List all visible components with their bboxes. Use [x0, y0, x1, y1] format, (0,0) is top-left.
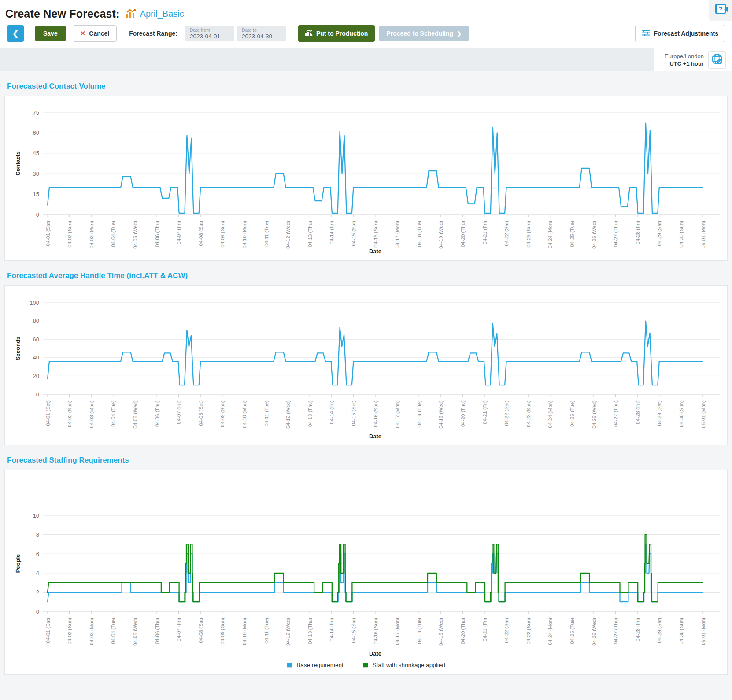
page-title: Create New Forecast:	[5, 7, 120, 20]
svg-text:04-27 (Thu): 04-27 (Thu)	[613, 618, 618, 644]
svg-text:04-26 (Wed): 04-26 (Wed)	[592, 618, 597, 646]
main-content: Forecasted Contact Volume 0153045607504-…	[0, 82, 732, 684]
svg-text:04-07 (Fri): 04-07 (Fri)	[176, 400, 181, 424]
svg-text:04-01 (Sat): 04-01 (Sat)	[45, 400, 51, 426]
back-button[interactable]: ❮	[7, 25, 24, 42]
svg-text:04-15 (Sat): 04-15 (Sat)	[351, 400, 356, 426]
date-to-field[interactable]: Date to 2023-04-30	[237, 26, 286, 41]
svg-text:04-10 (Mon): 04-10 (Mon)	[242, 618, 247, 645]
forecast-name[interactable]: April_Basic	[140, 9, 184, 19]
svg-text:45: 45	[33, 150, 39, 156]
svg-text:04-01 (Sat): 04-01 (Sat)	[45, 618, 51, 643]
svg-text:04-05 (Wed): 04-05 (Wed)	[133, 221, 138, 249]
help-area: ?	[709, 0, 732, 21]
toolbar: ❮ Save ✕ Cancel Forecast Range: Date fro…	[0, 25, 732, 42]
legend-item-shrinkage[interactable]: Staff with shrinkage applied	[363, 662, 445, 668]
legend-label-shrinkage: Staff with shrinkage applied	[373, 662, 445, 668]
svg-text:04-22 (Sat): 04-22 (Sat)	[504, 618, 509, 643]
svg-text:04-10 (Mon): 04-10 (Mon)	[242, 400, 247, 428]
svg-text:04-16 (Sun): 04-16 (Sun)	[373, 400, 378, 427]
svg-text:04-28 (Fri): 04-28 (Fri)	[635, 400, 640, 424]
save-button[interactable]: Save	[35, 26, 66, 41]
date-from-field[interactable]: Date from 2023-04-01	[185, 26, 234, 41]
svg-text:04-09 (Sun): 04-09 (Sun)	[220, 400, 225, 427]
date-from-value: 2023-04-01	[190, 33, 229, 40]
staffing-requirements-chart: 024681004-01 (Sat)04-02 (Sun)04-03 (Mon)…	[5, 473, 727, 659]
svg-text:04-09 (Sun): 04-09 (Sun)	[220, 221, 225, 248]
svg-text:04-24 (Mon): 04-24 (Mon)	[547, 221, 553, 248]
svg-text:04-28 (Fri): 04-28 (Fri)	[635, 221, 640, 244]
chart3-panel: 024681004-01 (Sat)04-02 (Sun)04-03 (Mon)…	[4, 470, 728, 675]
chart1-heading: Forecasted Contact Volume	[7, 82, 732, 91]
svg-text:04-03 (Mon): 04-03 (Mon)	[89, 221, 94, 248]
svg-text:04-12 (Wed): 04-12 (Wed)	[285, 400, 291, 429]
timezone-globe-button[interactable]	[708, 51, 726, 69]
forecast-adjustments-button[interactable]: Forecast Adjustments	[635, 25, 725, 42]
svg-text:04-11 (Tue): 04-11 (Tue)	[264, 221, 269, 247]
svg-text:04-13 (Thu): 04-13 (Thu)	[307, 221, 313, 247]
chart-legend: Base requirement Staff with shrinkage ap…	[5, 661, 727, 673]
put-to-production-button[interactable]: Put to Production	[298, 25, 375, 42]
svg-text:04-04 (Tue): 04-04 (Tue)	[111, 221, 116, 247]
forecast-range-label: Forecast Range:	[129, 30, 177, 37]
production-chart-icon	[305, 30, 313, 37]
svg-text:04-29 (Sat): 04-29 (Sat)	[657, 221, 662, 246]
svg-text:04-08 (Sat): 04-08 (Sat)	[198, 618, 203, 643]
svg-text:04-17 (Mon): 04-17 (Mon)	[395, 618, 400, 645]
contact-volume-chart: 0153045607504-01 (Sat)04-02 (Sun)04-03 (…	[5, 99, 727, 257]
legend-item-base-requirement[interactable]: Base requirement	[287, 662, 344, 668]
svg-text:04-26 (Wed): 04-26 (Wed)	[592, 221, 597, 249]
svg-text:04-18 (Tue): 04-18 (Tue)	[417, 618, 422, 644]
title-row: Create New Forecast: April_Basic	[0, 4, 732, 25]
svg-text:04-23 (Sun): 04-23 (Sun)	[526, 618, 531, 644]
svg-text:04-11 (Tue): 04-11 (Tue)	[264, 618, 269, 644]
svg-text:04-29 (Sat): 04-29 (Sat)	[657, 618, 662, 643]
svg-text:04-24 (Mon): 04-24 (Mon)	[547, 618, 553, 645]
forecast-adjustments-label: Forecast Adjustments	[654, 30, 718, 37]
svg-text:04-07 (Fri): 04-07 (Fri)	[176, 221, 181, 244]
chevron-left-icon: ❮	[12, 29, 18, 38]
svg-text:04-20 (Thu): 04-20 (Thu)	[460, 400, 466, 427]
svg-text:04-11 (Tue): 04-11 (Tue)	[264, 400, 269, 426]
svg-text:04-05 (Wed): 04-05 (Wed)	[133, 618, 138, 646]
chart3-heading: Forecasted Staffing Requirements	[7, 456, 732, 465]
svg-text:Date: Date	[369, 248, 381, 255]
svg-text:04-14 (Fri): 04-14 (Fri)	[329, 221, 334, 244]
help-icon[interactable]: ?	[715, 4, 726, 14]
svg-text:04-19 (Wed): 04-19 (Wed)	[438, 618, 444, 646]
cancel-label: Cancel	[89, 30, 109, 37]
svg-text:60: 60	[33, 336, 39, 343]
help-glyph: ?	[718, 5, 722, 13]
cancel-button[interactable]: ✕ Cancel	[73, 25, 117, 42]
svg-text:04-19 (Wed): 04-19 (Wed)	[438, 221, 444, 249]
svg-text:04-06 (Thu): 04-06 (Thu)	[155, 400, 160, 427]
chevron-right-icon: ❯	[457, 30, 462, 37]
svg-text:04-08 (Sat): 04-08 (Sat)	[198, 221, 203, 246]
svg-text:04-15 (Sat): 04-15 (Sat)	[351, 618, 356, 643]
forecast-chart-icon	[126, 9, 137, 20]
svg-text:04-08 (Sat): 04-08 (Sat)	[198, 400, 203, 426]
proceed-to-scheduling-button[interactable]: Proceed to Scheduling ❯	[379, 26, 469, 41]
proceed-label: Proceed to Scheduling	[386, 30, 453, 37]
svg-text:04-19 (Wed): 04-19 (Wed)	[438, 400, 444, 429]
svg-text:20: 20	[33, 373, 39, 379]
svg-text:40: 40	[33, 354, 39, 361]
help-triangle-icon	[724, 7, 728, 12]
svg-text:04-18 (Tue): 04-18 (Tue)	[417, 221, 422, 247]
svg-text:04-02 (Sun): 04-02 (Sun)	[67, 618, 72, 644]
svg-text:04-06 (Thu): 04-06 (Thu)	[155, 618, 160, 644]
svg-text:04-23 (Sun): 04-23 (Sun)	[526, 400, 531, 427]
legend-swatch-blue	[287, 663, 292, 668]
svg-text:Date: Date	[369, 650, 381, 657]
svg-text:04-15 (Sat): 04-15 (Sat)	[351, 221, 356, 246]
svg-text:04-02 (Sun): 04-02 (Sun)	[67, 400, 72, 427]
svg-text:04-27 (Thu): 04-27 (Thu)	[613, 221, 618, 247]
svg-text:04-18 (Tue): 04-18 (Tue)	[417, 400, 422, 427]
chart2-panel: 02040608010004-01 (Sat)04-02 (Sun)04-03 …	[4, 285, 728, 445]
svg-text:04-04 (Tue): 04-04 (Tue)	[111, 400, 116, 427]
svg-text:04-05 (Wed): 04-05 (Wed)	[133, 400, 138, 429]
svg-text:04-16 (Sun): 04-16 (Sun)	[373, 221, 378, 248]
legend-swatch-green	[363, 663, 368, 668]
svg-text:04-21 (Fri): 04-21 (Fri)	[482, 618, 488, 641]
svg-text:04-25 (Tue): 04-25 (Tue)	[569, 618, 575, 644]
